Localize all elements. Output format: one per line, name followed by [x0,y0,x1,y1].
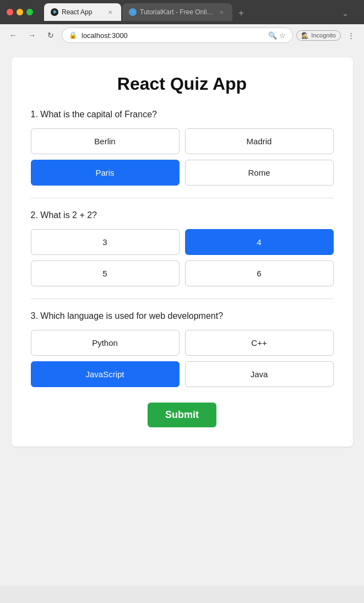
question-1-answers: Berlin Madrid Paris Rome [31,128,334,186]
q3-answer-java[interactable]: Java [185,361,334,387]
q1-answer-madrid[interactable]: Madrid [185,128,334,154]
tab-tutorialkart-title: TutorialKart - Free Online C [140,8,214,16]
tab-react-title: React App [62,8,102,16]
tabs-bar: ⚛ React App ✕ TutorialKart - Free Online… [40,3,357,21]
q3-answer-javascript[interactable]: JavaScript [31,361,180,387]
toolbar-right: 🕵 Incognito ⋮ [296,28,358,43]
q2-answer-4[interactable]: 4 [185,229,334,255]
tutorialkart-favicon-icon [129,8,137,16]
tab-react-app[interactable]: ⚛ React App ✕ [44,3,121,21]
chrome-menu-button[interactable]: ⋮ [343,28,358,43]
new-tab-button[interactable]: + [233,6,249,21]
close-window-button[interactable] [7,9,13,15]
q3-answer-python[interactable]: Python [31,330,180,356]
reload-button[interactable]: ↻ [43,28,58,43]
submit-button[interactable]: Submit [148,403,216,427]
address-bar-url: localhost:3000 [82,31,264,40]
tab-react-close-icon[interactable]: ✕ [106,8,115,17]
tab-overflow-button[interactable]: ⌄ [338,6,353,21]
question-2-answers: 3 4 5 6 [31,229,334,286]
address-bar[interactable]: 🔒 localhost:3000 🔍 ☆ [62,28,293,43]
maximize-window-button[interactable] [26,9,33,15]
address-bar-icons: 🔍 ☆ [268,31,286,40]
question-1-block: 1. What is the capital of France? Berlin… [31,110,334,186]
minimize-window-button[interactable] [17,9,23,15]
lock-icon: 🔒 [69,31,77,39]
star-icon[interactable]: ☆ [279,31,286,40]
q3-answer-cpp[interactable]: C++ [185,330,334,356]
q1-answer-berlin[interactable]: Berlin [31,128,180,154]
q1-answer-rome[interactable]: Rome [185,160,334,186]
q2-answer-6[interactable]: 6 [185,260,334,286]
page-content: React Quiz App 1. What is the capital of… [0,46,364,586]
question-2-block: 2. What is 2 + 2? 3 4 5 6 [31,198,334,286]
question-3-block: 3. Which language is used for web develo… [31,298,334,387]
back-button[interactable]: ← [6,28,21,43]
submit-area: Submit [31,403,334,427]
incognito-label: Incognito [311,32,336,39]
quiz-title: React Quiz App [31,74,334,94]
traffic-lights [7,9,33,15]
q2-answer-3[interactable]: 3 [31,229,180,255]
quiz-card: React Quiz App 1. What is the capital of… [12,57,353,447]
question-3-answers: Python C++ JavaScript Java [31,330,334,387]
incognito-icon: 🕵 [301,32,309,39]
forward-button[interactable]: → [24,28,40,43]
question-3-text: 3. Which language is used for web develo… [31,311,334,321]
question-2-text: 2. What is 2 + 2? [31,210,334,220]
browser-toolbar: ← → ↻ 🔒 localhost:3000 🔍 ☆ 🕵 Incognito ⋮ [0,24,364,46]
browser-titlebar: ⚛ React App ✕ TutorialKart - Free Online… [0,0,364,24]
browser-chrome: ⚛ React App ✕ TutorialKart - Free Online… [0,0,364,46]
q2-answer-5[interactable]: 5 [31,260,180,286]
q1-answer-paris[interactable]: Paris [31,160,180,186]
tab-tutorialkart-close-icon[interactable]: ✕ [217,8,226,17]
tab-tutorialkart[interactable]: TutorialKart - Free Online C ✕ [122,3,232,21]
react-favicon-icon: ⚛ [51,8,58,16]
zoom-icon: 🔍 [268,31,277,40]
incognito-badge: 🕵 Incognito [296,30,341,41]
question-1-text: 1. What is the capital of France? [31,110,334,119]
